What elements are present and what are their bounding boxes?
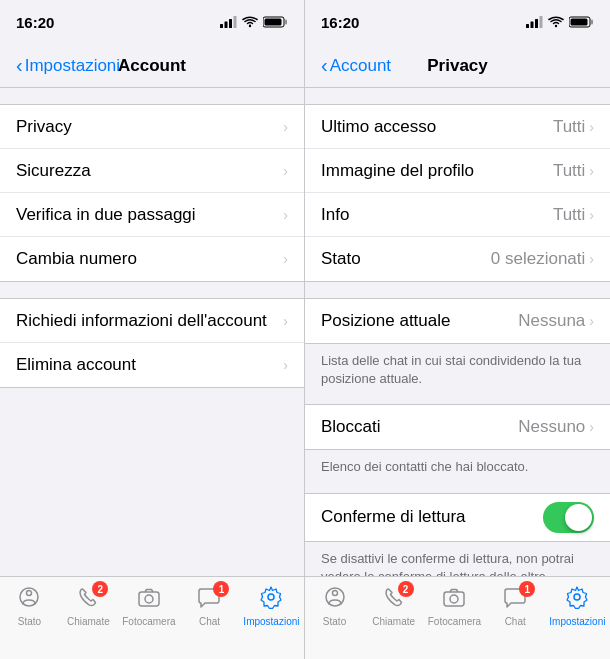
svg-rect-23 — [444, 592, 464, 606]
back-button-left[interactable]: ‹ Impostazioni — [16, 54, 120, 77]
tab-bar-left: Stato 2 Chiamate Fotocamera — [0, 576, 304, 659]
label-immagine: Immagine del profilo — [321, 161, 474, 181]
chevron-info: › — [589, 207, 594, 223]
list-item-cambia[interactable]: Cambia numero › — [0, 237, 304, 281]
right-bloccati: Nessuno › — [518, 417, 594, 437]
value-info: Tutti — [553, 205, 585, 225]
list-item-sicurezza[interactable]: Sicurezza › — [0, 149, 304, 193]
footer-conferme: Se disattivi le conferme di lettura, non… — [305, 542, 610, 576]
tab-stato-left[interactable]: Stato — [4, 585, 54, 627]
toggle-row-conferme: Conferme di lettura — [305, 493, 610, 542]
value-ultimo-accesso: Tutti — [553, 117, 585, 137]
tab-chiamate-left[interactable]: 2 Chiamate — [63, 585, 113, 627]
svg-rect-3 — [234, 16, 237, 28]
list-item-stato[interactable]: Stato 0 selezionati › — [305, 237, 610, 281]
tab-label-chiamate-left: Chiamate — [67, 616, 110, 627]
svg-point-17 — [555, 25, 557, 27]
tab-icon-wrap-camera-left — [137, 585, 161, 613]
wifi-icon-right — [548, 16, 564, 28]
badge-chiamate-left: 2 — [92, 581, 108, 597]
tab-icon-wrap-chat-right: 1 — [503, 585, 527, 613]
gear-icon-left — [259, 585, 283, 609]
svg-rect-20 — [571, 19, 588, 26]
svg-point-9 — [27, 591, 32, 596]
nav-title-right: Privacy — [427, 56, 488, 76]
svg-rect-0 — [220, 24, 223, 28]
tab-fotocamera-right[interactable]: Fotocamera — [428, 585, 481, 627]
tab-icon-wrap-settings-left — [259, 585, 283, 613]
tab-icon-wrap-chat-left: 1 — [197, 585, 221, 613]
toggle-knob-conferme — [565, 504, 592, 531]
right-immagine: Tutti › — [553, 161, 594, 181]
list-item-bloccati[interactable]: Bloccati Nessuno › — [305, 405, 610, 449]
list-item-immagine[interactable]: Immagine del profilo Tutti › — [305, 149, 610, 193]
chevron-richiedi: › — [283, 313, 288, 329]
svg-rect-15 — [535, 19, 538, 28]
left-panel: 16:20 — [0, 0, 305, 659]
label-conferme: Conferme di lettura — [321, 507, 466, 527]
signal-icon — [220, 16, 237, 28]
nav-bar-right: ‹ Account Privacy — [305, 44, 610, 88]
label-cambia: Cambia numero — [16, 249, 137, 269]
chevron-verifica: › — [283, 207, 288, 223]
tab-label-settings-left: Impostazioni — [243, 616, 299, 627]
svg-rect-2 — [229, 19, 232, 28]
list-group-privacy: Ultimo accesso Tutti › Immagine del prof… — [305, 104, 610, 282]
svg-rect-1 — [225, 22, 228, 29]
list-item-richiedi[interactable]: Richiedi informazioni dell'account › — [0, 299, 304, 343]
section-account-settings: Privacy › Sicurezza › Verifica in due pa… — [0, 104, 304, 282]
svg-rect-19 — [591, 20, 593, 25]
tab-chat-left[interactable]: 1 Chat — [184, 585, 234, 627]
right-sicurezza: › — [283, 163, 288, 179]
label-sicurezza: Sicurezza — [16, 161, 91, 181]
time-right: 16:20 — [321, 14, 359, 31]
circle-icon-left — [17, 585, 41, 609]
signal-icon-right — [526, 16, 543, 28]
tab-icon-wrap-chiamate-right: 2 — [382, 585, 406, 613]
footer-posizione: Lista delle chat in cui stai condividend… — [305, 344, 610, 396]
back-button-right[interactable]: ‹ Account — [321, 54, 391, 77]
chevron-immagine: › — [589, 163, 594, 179]
section-conferme: Conferme di lettura Se disattivi le conf… — [305, 493, 610, 576]
right-panel: 16:20 ‹ Account — [305, 0, 610, 659]
right-stato: 0 selezionati › — [491, 249, 594, 269]
chevron-stato: › — [589, 251, 594, 267]
tab-chat-right[interactable]: 1 Chat — [490, 585, 540, 627]
footer-bloccati: Elenco dei contatti che hai bloccato. — [305, 450, 610, 484]
svg-rect-14 — [531, 22, 534, 29]
back-label-left: Impostazioni — [25, 56, 120, 76]
svg-point-25 — [574, 594, 580, 600]
section-privacy-main: Ultimo accesso Tutti › Immagine del prof… — [305, 104, 610, 282]
tab-icon-wrap-stato-left — [17, 585, 41, 613]
label-info: Info — [321, 205, 349, 225]
right-richiedi: › — [283, 313, 288, 329]
list-item-elimina[interactable]: Elimina account › — [0, 343, 304, 387]
status-bar-right: 16:20 — [305, 0, 610, 44]
svg-rect-10 — [139, 592, 159, 606]
svg-rect-6 — [285, 20, 287, 25]
svg-rect-7 — [265, 19, 282, 26]
tab-fotocamera-left[interactable]: Fotocamera — [122, 585, 175, 627]
content-left: Privacy › Sicurezza › Verifica in due pa… — [0, 88, 304, 576]
badge-chat-right: 1 — [519, 581, 535, 597]
list-item-info[interactable]: Info Tutti › — [305, 193, 610, 237]
tab-impostazioni-left[interactable]: Impostazioni — [243, 585, 299, 627]
right-info: Tutti › — [553, 205, 594, 225]
tab-stato-right[interactable]: Stato — [310, 585, 360, 627]
right-cambia: › — [283, 251, 288, 267]
list-item-privacy[interactable]: Privacy › — [0, 105, 304, 149]
chevron-cambia: › — [283, 251, 288, 267]
tab-impostazioni-right[interactable]: Impostazioni — [549, 585, 605, 627]
list-item-posizione[interactable]: Posizione attuale Nessuna › — [305, 299, 610, 343]
list-item-ultimo-accesso[interactable]: Ultimo accesso Tutti › — [305, 105, 610, 149]
label-elimina: Elimina account — [16, 355, 136, 375]
right-privacy: › — [283, 119, 288, 135]
battery-icon — [263, 16, 288, 28]
section-posizione: Posizione attuale Nessuna › Lista delle … — [305, 298, 610, 396]
tab-chiamate-right[interactable]: 2 Chiamate — [369, 585, 419, 627]
toggle-conferme[interactable] — [543, 502, 594, 533]
label-stato: Stato — [321, 249, 361, 269]
value-stato: 0 selezionati — [491, 249, 586, 269]
label-verifica: Verifica in due passaggi — [16, 205, 196, 225]
list-item-verifica[interactable]: Verifica in due passaggi › — [0, 193, 304, 237]
